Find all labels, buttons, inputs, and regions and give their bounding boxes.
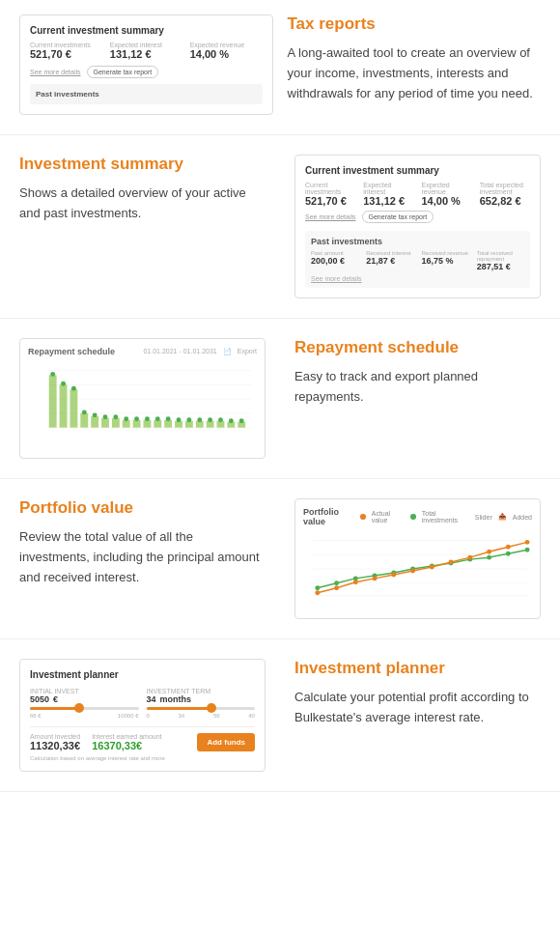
investment-term-label: INVESTMENT TERM <box>147 688 256 694</box>
inv-current-investments: Current investments 521,70 € <box>305 182 355 207</box>
investment-summary-card: Current investment summary Current inves… <box>294 155 541 298</box>
tax-reports-description: A long-awaited tool to create an overvie… <box>288 43 542 103</box>
actual-value-label: Actual value <box>372 510 406 524</box>
svg-point-35 <box>166 416 171 421</box>
expected-interest-value: 131,12 € <box>110 48 182 60</box>
term-slider-thumb[interactable] <box>207 703 216 713</box>
svg-rect-7 <box>70 389 77 428</box>
investment-planner-title: Investment planner <box>294 659 541 678</box>
svg-point-64 <box>391 572 396 577</box>
interest-earned-label: Interest earned amount <box>92 733 161 740</box>
total-investments-label: Total investments <box>422 510 469 524</box>
svg-point-49 <box>334 580 339 585</box>
portfolio-chart-card: Portfolio value Actual value Total inves… <box>294 498 541 619</box>
inv-revenue-label: Expected revenue <box>422 182 472 195</box>
export-icon: 📄 <box>223 348 232 355</box>
generate-tax-report-button[interactable]: Generate tax report <box>87 66 159 78</box>
svg-point-57 <box>487 555 491 560</box>
svg-point-60 <box>315 590 320 595</box>
investment-summary-description: Shows a detailed overview of your active… <box>19 184 266 224</box>
past-interest-value: 21,87 € <box>366 256 413 266</box>
svg-point-24 <box>50 372 55 377</box>
planner-results-row: Amount invested 11320,33€ Interest earne… <box>30 726 255 751</box>
repayment-export-label[interactable]: Export <box>238 348 257 355</box>
svg-point-48 <box>315 585 320 590</box>
initial-invest-group: INITIAL INVEST 5050 € 66 € 10000 € <box>30 688 139 719</box>
interest-earned-block: Interest earned amount 16370,33€ <box>92 733 161 751</box>
svg-point-39 <box>208 417 212 422</box>
inv-expected-revenue: Expected revenue 14,00 % <box>422 182 472 207</box>
svg-point-65 <box>410 569 415 574</box>
investment-planner-text: Investment planner Calculate your potent… <box>280 659 541 772</box>
past-see-more-link[interactable]: See more details <box>311 275 524 282</box>
investment-term-value: 34 <box>147 694 156 704</box>
inv-generate-button[interactable]: Generate tax report <box>362 211 434 223</box>
slider-max-label: 10000 € <box>118 713 139 719</box>
svg-point-41 <box>229 418 234 423</box>
repayment-text: Repayment schedule Easy to track and exp… <box>280 338 541 459</box>
expected-revenue-value: 14,00 % <box>190 48 263 60</box>
current-investments-value: 521,70 € <box>30 48 102 60</box>
initial-invest-currency: € <box>53 694 58 704</box>
card-title: Current investment summary <box>30 25 263 36</box>
svg-point-30 <box>113 414 118 419</box>
past-revenue: Received revenue 16,75 % <box>422 250 469 271</box>
slider-thumb[interactable] <box>74 703 84 713</box>
added-icon: 📤 <box>498 513 507 521</box>
past-total: Total received repayment 287,51 € <box>477 250 524 271</box>
planner-result-values: Amount invested 11320,33€ Interest earne… <box>30 733 162 751</box>
past-investments-title: Past investments <box>311 237 524 246</box>
investment-planner-card: Investment planner INITIAL INVEST 5050 €… <box>19 659 266 772</box>
portfolio-chart-header: Portfolio value Actual value Total inves… <box>303 507 532 526</box>
svg-point-66 <box>430 565 434 570</box>
term-min: 0 <box>147 713 150 719</box>
svg-point-26 <box>71 386 76 391</box>
card-buttons-row: See more details Generate tax report <box>30 66 263 78</box>
tax-reports-title: Tax reports <box>288 14 542 34</box>
calc-note: Calculation based on average interest ra… <box>30 755 255 761</box>
past-investments-section: Past investments Past amount 200,00 € Re… <box>305 231 530 288</box>
svg-point-58 <box>506 552 511 556</box>
repayment-chart-container: Repayment schedule 01.01.2021 - 01.01.20… <box>19 338 280 459</box>
slider-fill <box>30 707 79 710</box>
investment-term-value-row: 34 months <box>147 694 256 704</box>
past-interest: Received interest 21,87 € <box>366 250 413 271</box>
inv-interest-value: 131,12 € <box>363 195 413 207</box>
current-investments-label: Current investments <box>30 42 102 48</box>
tax-reports-section: Current investment summary Current inves… <box>0 0 560 135</box>
svg-point-67 <box>449 560 454 565</box>
repayment-schedule-chart <box>28 360 257 447</box>
initial-invest-value: 5050 <box>30 694 49 704</box>
add-funds-button[interactable]: Add funds <box>197 733 255 751</box>
svg-point-28 <box>93 412 98 417</box>
see-more-link[interactable]: See more details <box>30 69 81 75</box>
term-slider[interactable] <box>147 707 256 710</box>
investment-planner-description: Calculate your potential profit accordin… <box>294 688 541 728</box>
investment-summary-title: Investment summary <box>19 155 266 174</box>
svg-point-33 <box>145 416 150 421</box>
inv-see-more-link[interactable]: See more details <box>305 213 356 220</box>
svg-point-71 <box>525 540 530 545</box>
investment-summary-section: Investment summary Shows a detailed over… <box>0 135 560 319</box>
svg-point-37 <box>186 417 191 422</box>
portfolio-chart-container: Portfolio value Actual value Total inves… <box>280 498 541 619</box>
svg-point-70 <box>506 545 511 550</box>
initial-invest-slider[interactable] <box>30 707 139 710</box>
repayment-chart-card: Repayment schedule 01.01.2021 - 01.01.20… <box>19 338 266 459</box>
tax-reports-text-container: Tax reports A long-awaited tool to creat… <box>288 14 542 115</box>
past-total-value: 287,51 € <box>477 262 524 271</box>
inv-total-label: Total expected investment <box>480 182 530 195</box>
initial-invest-value-row: 5050 € <box>30 694 139 704</box>
term-max: 56 <box>213 713 220 719</box>
svg-point-59 <box>525 548 530 552</box>
portfolio-chart-title: Portfolio value <box>303 507 360 526</box>
portfolio-legend: Actual value Total investments Slider 📤 … <box>360 510 532 524</box>
svg-point-32 <box>134 416 139 421</box>
repayment-chart-controls: 01.01.2021 - 01.01.2031 📄 Export <box>143 348 257 355</box>
inv-total-expected: Total expected investment 652,82 € <box>480 182 530 207</box>
expected-revenue-stat: Expected revenue 14,00 % <box>190 42 263 60</box>
investment-summary-card-container: Current investment summary Current inves… <box>280 155 541 298</box>
amount-invested-block: Amount invested 11320,33€ <box>30 733 80 751</box>
slider-label: Slider <box>475 514 492 521</box>
expected-interest-label: Expected interest <box>110 42 182 48</box>
